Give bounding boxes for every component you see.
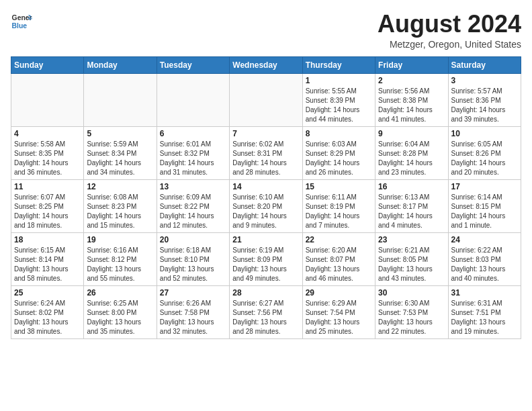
calendar-cell: 12Sunrise: 6:08 AM Sunset: 8:23 PM Dayli… — [84, 179, 157, 232]
day-number: 23 — [378, 235, 445, 244]
day-number: 4 — [14, 129, 81, 138]
weekday-header-row: SundayMondayTuesdayWednesdayThursdayFrid… — [11, 56, 521, 73]
day-info: Sunrise: 6:25 AM Sunset: 8:00 PM Dayligh… — [87, 299, 153, 336]
weekday-header-monday: Monday — [84, 56, 157, 73]
calendar-cell: 20Sunrise: 6:18 AM Sunset: 8:10 PM Dayli… — [157, 232, 229, 285]
calendar-cell: 16Sunrise: 6:13 AM Sunset: 8:17 PM Dayli… — [375, 179, 448, 232]
calendar-cell: 29Sunrise: 6:29 AM Sunset: 7:54 PM Dayli… — [302, 285, 375, 338]
calendar-cell — [157, 73, 229, 126]
calendar-cell — [230, 73, 302, 126]
day-info: Sunrise: 6:24 AM Sunset: 8:02 PM Dayligh… — [14, 299, 81, 336]
day-number: 18 — [14, 235, 81, 244]
day-number: 15 — [306, 182, 372, 191]
day-info: Sunrise: 6:27 AM Sunset: 7:56 PM Dayligh… — [232, 299, 299, 336]
day-info: Sunrise: 5:57 AM Sunset: 8:36 PM Dayligh… — [451, 87, 518, 124]
calendar-cell: 10Sunrise: 6:05 AM Sunset: 8:26 PM Dayli… — [448, 126, 521, 179]
day-info: Sunrise: 6:29 AM Sunset: 7:54 PM Dayligh… — [306, 299, 372, 336]
day-number: 12 — [87, 182, 153, 191]
weekday-header-saturday: Saturday — [448, 56, 521, 73]
calendar-cell: 25Sunrise: 6:24 AM Sunset: 8:02 PM Dayli… — [11, 285, 84, 338]
day-number: 28 — [232, 288, 299, 298]
week-row-4: 18Sunrise: 6:15 AM Sunset: 8:14 PM Dayli… — [11, 232, 521, 285]
day-info: Sunrise: 6:13 AM Sunset: 8:17 PM Dayligh… — [378, 193, 445, 230]
calendar-cell: 31Sunrise: 6:31 AM Sunset: 7:51 PM Dayli… — [448, 285, 521, 338]
calendar-cell: 23Sunrise: 6:21 AM Sunset: 8:05 PM Dayli… — [375, 232, 448, 285]
header: General Blue August 2024 Metzger, Oregon… — [11, 11, 521, 50]
page: General Blue August 2024 Metzger, Oregon… — [0, 0, 532, 347]
calendar-cell: 24Sunrise: 6:22 AM Sunset: 8:03 PM Dayli… — [448, 232, 521, 285]
day-info: Sunrise: 6:21 AM Sunset: 8:05 PM Dayligh… — [378, 246, 445, 283]
weekday-header-thursday: Thursday — [302, 56, 375, 73]
day-info: Sunrise: 5:55 AM Sunset: 8:39 PM Dayligh… — [306, 87, 372, 124]
calendar-cell: 19Sunrise: 6:16 AM Sunset: 8:12 PM Dayli… — [84, 232, 157, 285]
calendar-cell: 7Sunrise: 6:02 AM Sunset: 8:31 PM Daylig… — [230, 126, 302, 179]
day-info: Sunrise: 6:20 AM Sunset: 8:07 PM Dayligh… — [306, 246, 372, 283]
day-number: 5 — [87, 129, 153, 138]
calendar-cell: 4Sunrise: 5:58 AM Sunset: 8:35 PM Daylig… — [11, 126, 84, 179]
day-number: 30 — [378, 288, 445, 298]
day-info: Sunrise: 6:10 AM Sunset: 8:20 PM Dayligh… — [232, 193, 299, 230]
day-number: 1 — [306, 76, 372, 85]
calendar-title: August 2024 — [378, 11, 521, 38]
day-number: 17 — [451, 182, 518, 191]
day-number: 9 — [378, 129, 445, 138]
calendar-cell: 18Sunrise: 6:15 AM Sunset: 8:14 PM Dayli… — [11, 232, 84, 285]
weekday-header-tuesday: Tuesday — [157, 56, 229, 73]
calendar-cell: 27Sunrise: 6:26 AM Sunset: 7:58 PM Dayli… — [157, 285, 229, 338]
day-info: Sunrise: 6:22 AM Sunset: 8:03 PM Dayligh… — [451, 246, 518, 283]
calendar-cell: 8Sunrise: 6:03 AM Sunset: 8:29 PM Daylig… — [302, 126, 375, 179]
title-block: August 2024 Metzger, Oregon, United Stat… — [378, 11, 521, 50]
day-info: Sunrise: 6:16 AM Sunset: 8:12 PM Dayligh… — [87, 246, 153, 283]
day-info: Sunrise: 5:56 AM Sunset: 8:38 PM Dayligh… — [378, 87, 445, 124]
calendar-cell: 22Sunrise: 6:20 AM Sunset: 8:07 PM Dayli… — [302, 232, 375, 285]
calendar-cell: 30Sunrise: 6:30 AM Sunset: 7:53 PM Dayli… — [375, 285, 448, 338]
day-info: Sunrise: 6:03 AM Sunset: 8:29 PM Dayligh… — [306, 140, 372, 177]
day-number: 19 — [87, 235, 153, 244]
calendar-cell: 28Sunrise: 6:27 AM Sunset: 7:56 PM Dayli… — [230, 285, 302, 338]
day-number: 3 — [451, 76, 518, 85]
day-info: Sunrise: 6:18 AM Sunset: 8:10 PM Dayligh… — [160, 246, 226, 283]
day-info: Sunrise: 6:07 AM Sunset: 8:25 PM Dayligh… — [14, 193, 81, 230]
day-number: 20 — [160, 235, 226, 244]
day-number: 13 — [160, 182, 226, 191]
day-number: 26 — [87, 288, 153, 298]
day-info: Sunrise: 6:11 AM Sunset: 8:19 PM Dayligh… — [306, 193, 372, 230]
calendar-cell: 5Sunrise: 5:59 AM Sunset: 8:34 PM Daylig… — [84, 126, 157, 179]
calendar-cell: 11Sunrise: 6:07 AM Sunset: 8:25 PM Dayli… — [11, 179, 84, 232]
calendar-cell: 26Sunrise: 6:25 AM Sunset: 8:00 PM Dayli… — [84, 285, 157, 338]
calendar-cell: 17Sunrise: 6:14 AM Sunset: 8:15 PM Dayli… — [448, 179, 521, 232]
week-row-1: 1Sunrise: 5:55 AM Sunset: 8:39 PM Daylig… — [11, 73, 521, 126]
calendar-cell: 6Sunrise: 6:01 AM Sunset: 8:32 PM Daylig… — [157, 126, 229, 179]
day-info: Sunrise: 6:14 AM Sunset: 8:15 PM Dayligh… — [451, 193, 518, 230]
day-info: Sunrise: 6:05 AM Sunset: 8:26 PM Dayligh… — [451, 140, 518, 177]
svg-text:Blue: Blue — [12, 22, 28, 30]
day-number: 22 — [306, 235, 372, 244]
day-number: 31 — [451, 288, 518, 298]
calendar-subtitle: Metzger, Oregon, United States — [378, 39, 521, 50]
day-number: 8 — [306, 129, 372, 138]
day-info: Sunrise: 6:08 AM Sunset: 8:23 PM Dayligh… — [87, 193, 153, 230]
calendar-cell: 3Sunrise: 5:57 AM Sunset: 8:36 PM Daylig… — [448, 73, 521, 126]
day-info: Sunrise: 6:02 AM Sunset: 8:31 PM Dayligh… — [232, 140, 299, 177]
day-info: Sunrise: 5:58 AM Sunset: 8:35 PM Dayligh… — [14, 140, 81, 177]
calendar-cell: 1Sunrise: 5:55 AM Sunset: 8:39 PM Daylig… — [302, 73, 375, 126]
week-row-3: 11Sunrise: 6:07 AM Sunset: 8:25 PM Dayli… — [11, 179, 521, 232]
logo: General Blue — [11, 11, 32, 32]
day-number: 10 — [451, 129, 518, 138]
generalblue-logo-icon: General Blue — [11, 11, 32, 32]
calendar-cell — [11, 73, 84, 126]
day-info: Sunrise: 6:19 AM Sunset: 8:09 PM Dayligh… — [232, 246, 299, 283]
day-number: 25 — [14, 288, 81, 298]
calendar-cell: 9Sunrise: 6:04 AM Sunset: 8:28 PM Daylig… — [375, 126, 448, 179]
day-info: Sunrise: 6:30 AM Sunset: 7:53 PM Dayligh… — [378, 299, 445, 336]
day-number: 27 — [160, 288, 226, 298]
day-number: 6 — [160, 129, 226, 138]
calendar-cell: 21Sunrise: 6:19 AM Sunset: 8:09 PM Dayli… — [230, 232, 302, 285]
day-info: Sunrise: 6:31 AM Sunset: 7:51 PM Dayligh… — [451, 299, 518, 336]
weekday-header-sunday: Sunday — [11, 56, 84, 73]
week-row-2: 4Sunrise: 5:58 AM Sunset: 8:35 PM Daylig… — [11, 126, 521, 179]
calendar-table: SundayMondayTuesdayWednesdayThursdayFrid… — [11, 56, 521, 339]
day-number: 29 — [306, 288, 372, 298]
day-info: Sunrise: 6:26 AM Sunset: 7:58 PM Dayligh… — [160, 299, 226, 336]
calendar-cell: 14Sunrise: 6:10 AM Sunset: 8:20 PM Dayli… — [230, 179, 302, 232]
